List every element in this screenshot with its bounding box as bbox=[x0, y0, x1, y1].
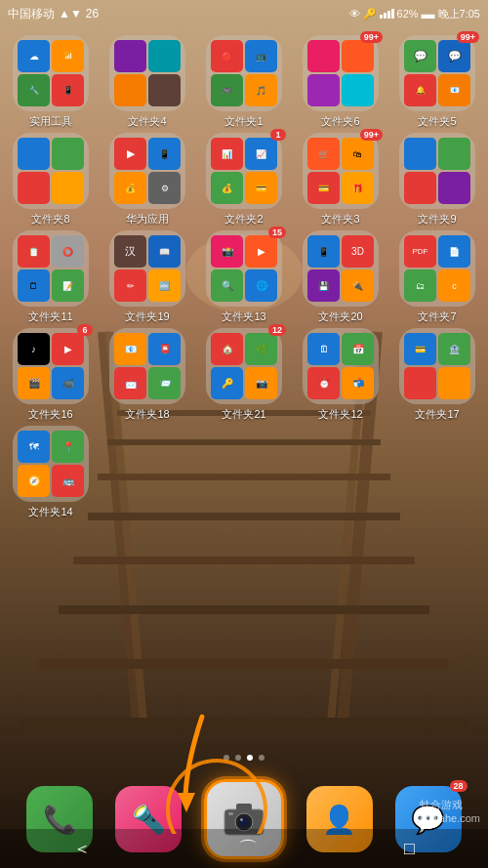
status-right: 👁 🔑 62% ▬ 晚上7:05 bbox=[349, 6, 480, 21]
app-row-3: 📋 ⭕ 🗒 📝 文件夹11 汉 📖 ✏ 🔤 文件夹19 15 📸 ▶ � bbox=[8, 230, 480, 324]
page-dot-4 bbox=[259, 755, 264, 761]
app-row-2: 文件夹8 ▶ 📱 💰 ⚙ 华为应用 1 📊 📈 💰 💳 文件夹2 bbox=[8, 133, 480, 227]
app-row-1: ☁ 📶 🔧 📱 实用工具 文件夹4 🔴 📺 🎮 🎵 bbox=[8, 35, 480, 129]
folder-7[interactable]: PDF 📄 🗂 c 文件夹7 bbox=[394, 230, 480, 324]
folder-21[interactable]: 12 🏠 🌿 🔑 📷 文件夹21 bbox=[201, 328, 287, 422]
folder-13[interactable]: 15 📸 ▶ 🔍 🌐 文件夹13 bbox=[201, 230, 287, 324]
folder-14[interactable]: 🗺 📍 🧭 🚌 文件夹14 bbox=[8, 426, 94, 519]
folder-12[interactable]: 🗓 📅 ⏰ 📬 文件夹12 bbox=[298, 328, 384, 422]
nav-home-button[interactable]: ⌒ bbox=[238, 836, 258, 862]
folder-6[interactable]: 99+ 文件夹6 bbox=[298, 35, 384, 129]
page-dot-2 bbox=[235, 755, 241, 761]
nav-recent-button[interactable]: □ bbox=[404, 839, 415, 859]
folder-19[interactable]: 汉 📖 ✏ 🔤 文件夹19 bbox=[104, 230, 190, 324]
folder-9[interactable]: 文件夹9 bbox=[394, 133, 480, 227]
status-bar: 中国移动 ▲▼ 26 👁 🔑 62% ▬ 晚上7:05 bbox=[0, 0, 488, 27]
page-dot-1 bbox=[224, 755, 229, 761]
svg-point-24 bbox=[240, 818, 243, 821]
app-row-4: 6 ♪ ▶ 🎬 📹 文件夹16 📧 📮 📩 📨 文件夹18 12 🏠 bbox=[8, 328, 480, 422]
folder-1[interactable]: 🔴 📺 🎮 🎵 文件夹1 bbox=[201, 35, 287, 129]
watermark: 蛙合游戏 cdwahe.com bbox=[420, 798, 480, 824]
nav-back-button[interactable]: ＜ bbox=[73, 837, 91, 860]
app-row-5: 🗺 📍 🧭 🚌 文件夹14 bbox=[8, 426, 480, 519]
folder-18[interactable]: 📧 📮 📩 📨 文件夹18 bbox=[104, 328, 190, 422]
nav-bar: ＜ ⌒ □ bbox=[0, 829, 488, 868]
folder-5[interactable]: 99+ 💬 💬 🔔 📧 文件夹5 bbox=[394, 35, 480, 129]
folder-utility[interactable]: ☁ 📶 🔧 📱 实用工具 bbox=[8, 35, 94, 129]
folder-3[interactable]: 99+ 🛒 🛍 💳 🎁 文件夹3 bbox=[298, 133, 384, 227]
folder-11[interactable]: 📋 ⭕ 🗒 📝 文件夹11 bbox=[8, 230, 94, 324]
folder-huawei[interactable]: ▶ 📱 💰 ⚙ 华为应用 bbox=[104, 133, 190, 227]
folder-17[interactable]: 💳 🏦 文件夹17 bbox=[394, 328, 480, 422]
status-carrier: 中国移动 ▲▼ 26 bbox=[8, 6, 99, 22]
page-dots bbox=[0, 755, 488, 761]
folder-16[interactable]: 6 ♪ ▶ 🎬 📹 文件夹16 bbox=[8, 328, 94, 422]
svg-rect-25 bbox=[228, 812, 233, 815]
folder-20[interactable]: 📱 3D 💾 🔌 文件夹20 bbox=[298, 230, 384, 324]
apps-container: ☁ 📶 🔧 📱 实用工具 文件夹4 🔴 📺 🎮 🎵 bbox=[0, 27, 488, 770]
folder-2[interactable]: 1 📊 📈 💰 💳 文件夹2 bbox=[201, 133, 287, 227]
page-dot-3 bbox=[247, 755, 253, 761]
messages-badge: 28 bbox=[450, 780, 468, 792]
svg-rect-20 bbox=[236, 804, 252, 811]
folder-4[interactable]: 文件夹4 bbox=[104, 35, 190, 129]
folder-8[interactable]: 文件夹8 bbox=[8, 133, 94, 227]
